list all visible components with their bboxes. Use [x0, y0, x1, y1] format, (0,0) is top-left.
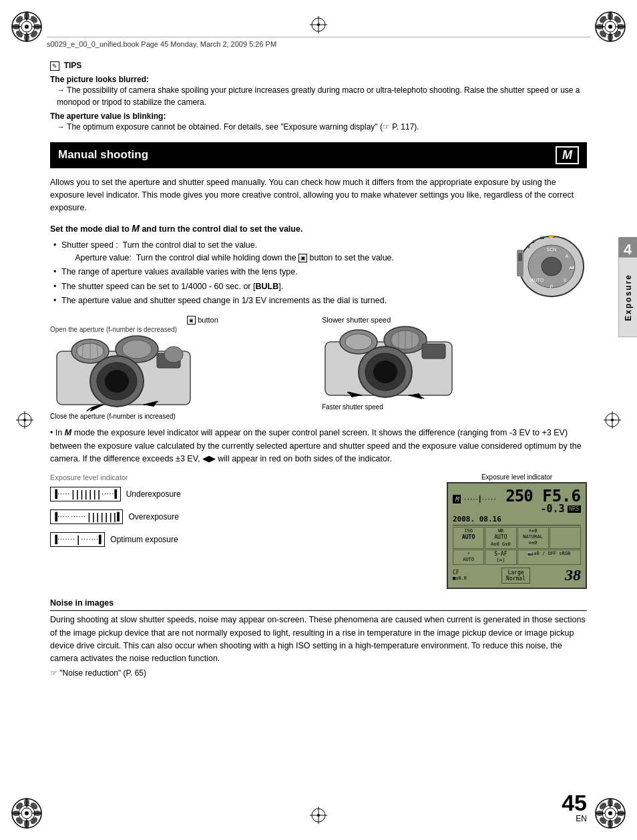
noise-text: During shooting at slow shutter speeds, …	[50, 610, 587, 666]
svg-point-8	[33, 24, 41, 29]
instruction-row: Set the mode dial to M and turn the cont…	[50, 223, 587, 309]
svg-text:←: ←	[569, 266, 575, 272]
tips-label: TIPS	[64, 61, 82, 70]
camera-left-svg	[50, 335, 197, 411]
tips-header: ✎ TIPS	[50, 60, 587, 71]
svg-point-110	[345, 334, 372, 350]
svg-point-67	[317, 814, 320, 817]
aperture-title: The aperture value is blinking:	[50, 111, 587, 121]
svg-point-21	[608, 33, 613, 41]
lcd-ev: -0.3	[540, 503, 564, 515]
manual-body-text: Allows you to set the aperture and shutt…	[50, 176, 587, 215]
bullet-2: The range of aperture values available v…	[53, 266, 506, 278]
mode-dial-illustration: SCN A M S P iAUTO ← ✻ ♟ 🏔 ▲	[517, 230, 587, 302]
faster-label: Faster shutter speed	[322, 403, 587, 411]
mode-dial-svg: SCN A M S P iAUTO ← ✻ ♟ 🏔 ▲	[517, 230, 587, 300]
svg-text:P: P	[550, 284, 554, 289]
blurred-text: → The possibility of camera shake spoili…	[57, 84, 587, 108]
main-content: ✎ TIPS The picture looks blurred: → The …	[50, 60, 587, 800]
svg-point-38	[33, 811, 41, 816]
lcd-panel-area: Exposure level indicator M ·····┃····· 2…	[447, 473, 587, 589]
lcd-saf: S-AF [∞]	[485, 550, 516, 565]
svg-text:S: S	[564, 278, 567, 282]
corner-mark-tl	[7, 7, 47, 47]
noise-section: Noise in images During shooting at slow …	[50, 598, 587, 678]
svg-point-105	[105, 370, 129, 393]
svg-point-71	[23, 419, 26, 421]
crosshair-top	[310, 16, 327, 33]
underexposure-row: ▐ ····· ||||||| ····· ▌ Underexposure	[50, 487, 433, 501]
svg-rect-92	[518, 253, 522, 261]
lcd-left-top: M ·····┃·····	[453, 495, 496, 503]
svg-point-52	[596, 811, 604, 816]
svg-point-7	[12, 24, 20, 29]
diagram-left: ▣ button Open the aperture (f-number is …	[50, 316, 315, 421]
lcd-size: Large	[506, 570, 525, 576]
level-lcd-row: Exposure level indicator ▐ ····· |||||||…	[50, 473, 587, 589]
svg-point-14	[25, 25, 29, 29]
svg-point-97	[122, 340, 152, 359]
lcd-quality-area: Large Normal	[501, 568, 530, 584]
lcd-empty	[550, 527, 581, 549]
svg-point-75	[611, 419, 614, 421]
svg-point-50	[608, 799, 613, 807]
lcd-grid: ISO AUTO WB AUTO A±0 G±0 ⚘±0 NATURAL ⊙±0	[453, 527, 581, 565]
lcd-level-tiny: ·····┃·····	[463, 496, 496, 503]
lcd-number: 38	[565, 566, 581, 584]
exposure-section: • In M mode the exposure level indicator…	[50, 427, 587, 465]
exposure-level-indicator-label: Exposure level indicator	[50, 473, 433, 481]
optimum-bar: ▐ ······· | ······· ▌	[50, 532, 105, 547]
noise-reference: ☞ "Noise reduction" (P. 65)	[50, 668, 587, 678]
svg-point-44	[25, 811, 29, 815]
svg-point-120	[373, 361, 397, 383]
svg-text:♟: ♟	[532, 240, 535, 244]
diagram-row: ▣ button Open the aperture (f-number is …	[50, 316, 587, 421]
svg-text:🏔: 🏔	[540, 236, 544, 240]
section-title: Manual shooting	[58, 148, 148, 162]
file-info: s0029_e_00_0_unified.book Page 45 Monday…	[47, 40, 276, 48]
underexposure-label: Underexposure	[126, 489, 181, 499]
bullet-1: Shutter speed : Turn the control dial to…	[53, 239, 506, 265]
overexposure-label: Overexposure	[128, 512, 178, 521]
page-suffix: EN	[562, 814, 587, 823]
close-aperture-label: Close the aperture (f-number is increase…	[50, 413, 315, 420]
lcd-date: 2008. 08.16	[453, 515, 581, 526]
svg-point-5	[24, 12, 29, 20]
underexposure-bar: ▐ ····· ||||||| ····· ▌	[50, 487, 121, 501]
level-bars-column: Exposure level indicator ▐ ····· |||||||…	[50, 473, 433, 589]
mode-letter-header: M	[556, 146, 579, 164]
bold-instruction: Set the mode dial to M and turn the cont…	[50, 223, 506, 234]
button-label: ▣ button	[90, 316, 315, 325]
svg-text:SCN: SCN	[547, 247, 557, 252]
svg-point-23	[617, 24, 625, 29]
svg-point-37	[12, 811, 20, 816]
overexposure-bar: ▐ ····· ······ ||||||| ▌	[50, 509, 123, 524]
corner-mark-bl	[7, 793, 47, 833]
lcd-nrs: NRS	[568, 505, 581, 513]
svg-text:✻: ✻	[527, 245, 530, 249]
lcd-wb: WB AUTO A±0 G±0	[485, 527, 516, 549]
noise-title: Noise in images	[50, 598, 587, 608]
bullet-4: The aperture value and shutter speed cha…	[53, 294, 506, 307]
lcd-bottom: CF ■±0.0 Large Normal 38	[453, 566, 581, 584]
lcd-shutter: 250	[505, 487, 532, 505]
diagram-right: Slower shutter speed	[322, 316, 587, 421]
svg-point-107	[164, 347, 183, 363]
bullet-3: The shutter speed can be set to 1/4000 -…	[53, 280, 506, 293]
tips-icon: ✎	[50, 61, 59, 71]
bullet-list: Shutter speed : Turn the control dial to…	[53, 239, 506, 308]
svg-text:A: A	[566, 254, 569, 258]
chapter-label: Exposure	[624, 274, 633, 321]
lcd-iso: ISO AUTO	[453, 527, 484, 549]
svg-point-22	[596, 24, 604, 29]
instruction-left: Set the mode dial to M and turn the cont…	[50, 223, 506, 309]
svg-text:iAUTO: iAUTO	[530, 278, 544, 282]
slower-label: Slower shutter speed	[322, 316, 587, 324]
lcd-quality: Normal	[506, 576, 525, 582]
chapter-tab: Exposure	[618, 257, 637, 337]
lcd-panel: M ·····┃····· 250 F5.6 -0.3 NRS 2008. 08…	[447, 482, 587, 589]
corner-mark-tr	[590, 7, 630, 47]
lcd-natural: ⚘±0 NATURAL ⊙±0	[517, 527, 549, 549]
section-header: Manual shooting M	[50, 142, 587, 168]
lcd-srgb: 📷±0 / OFF sRGB	[517, 550, 582, 565]
